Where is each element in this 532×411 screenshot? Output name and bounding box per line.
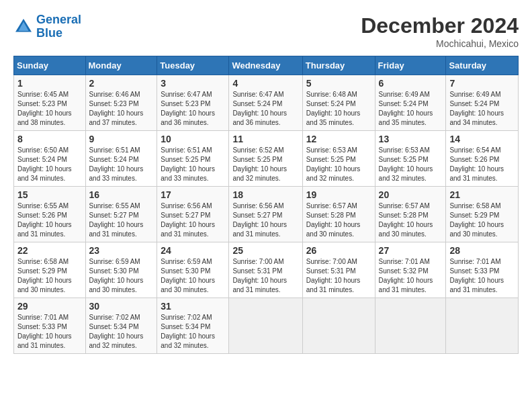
- calendar-cell-w4-d2: 23 Sunrise: 6:59 AMSunset: 5:30 PMDaylig…: [85, 242, 157, 298]
- cell-info: Sunrise: 6:55 AMSunset: 5:27 PMDaylight:…: [89, 201, 154, 239]
- day-number: 26: [306, 245, 371, 256]
- day-number: 23: [89, 245, 154, 256]
- calendar-cell-w4-d3: 24 Sunrise: 6:59 AMSunset: 5:30 PMDaylig…: [157, 242, 229, 298]
- day-number: 22: [17, 245, 82, 256]
- col-wednesday: Wednesday: [229, 56, 302, 75]
- calendar-cell-w1-d4: 4 Sunrise: 6:47 AMSunset: 5:24 PMDayligh…: [229, 75, 302, 131]
- day-number: 12: [306, 134, 371, 144]
- day-number: 29: [17, 301, 82, 312]
- calendar-cell-w2-d6: 13 Sunrise: 6:53 AMSunset: 5:25 PMDaylig…: [375, 131, 446, 187]
- cell-info: Sunrise: 6:48 AMSunset: 5:24 PMDaylight:…: [306, 90, 371, 128]
- cell-info: Sunrise: 6:55 AMSunset: 5:26 PMDaylight:…: [17, 201, 82, 239]
- cell-info: Sunrise: 6:59 AMSunset: 5:30 PMDaylight:…: [161, 257, 225, 295]
- col-saturday: Saturday: [446, 56, 519, 75]
- calendar-cell-w5-d5: [302, 298, 375, 354]
- calendar-cell-w3-d3: 17 Sunrise: 6:56 AMSunset: 5:27 PMDaylig…: [157, 187, 229, 242]
- cell-info: Sunrise: 6:50 AMSunset: 5:24 PMDaylight:…: [17, 146, 82, 183]
- logo-icon: [13, 17, 34, 37]
- calendar-cell-w4-d4: 25 Sunrise: 7:00 AMSunset: 5:31 PMDaylig…: [229, 242, 302, 298]
- calendar-table: Sunday Monday Tuesday Wednesday Thursday…: [13, 56, 519, 354]
- cell-info: Sunrise: 6:46 AMSunset: 5:23 PMDaylight:…: [89, 90, 154, 128]
- col-thursday: Thursday: [302, 56, 375, 75]
- day-number: 1: [17, 78, 82, 89]
- calendar-cell-w1-d1: 1 Sunrise: 6:45 AMSunset: 5:23 PMDayligh…: [14, 75, 86, 131]
- day-number: 14: [449, 134, 515, 144]
- cell-info: Sunrise: 6:56 AMSunset: 5:27 PMDaylight:…: [161, 201, 225, 239]
- cell-info: Sunrise: 6:47 AMSunset: 5:23 PMDaylight:…: [161, 90, 225, 128]
- calendar-cell-w2-d5: 12 Sunrise: 6:53 AMSunset: 5:25 PMDaylig…: [302, 131, 375, 187]
- cell-info: Sunrise: 7:02 AMSunset: 5:34 PMDaylight:…: [89, 313, 154, 351]
- calendar-cell-w2-d3: 10 Sunrise: 6:51 AMSunset: 5:25 PMDaylig…: [157, 131, 229, 187]
- day-number: 31: [161, 301, 225, 312]
- day-number: 27: [379, 245, 443, 256]
- calendar-cell-w5-d2: 30 Sunrise: 7:02 AMSunset: 5:34 PMDaylig…: [85, 298, 157, 354]
- cell-info: Sunrise: 6:45 AMSunset: 5:23 PMDaylight:…: [17, 90, 82, 128]
- cell-info: Sunrise: 7:02 AMSunset: 5:34 PMDaylight:…: [161, 313, 225, 351]
- day-number: 19: [306, 189, 371, 200]
- cell-info: Sunrise: 6:53 AMSunset: 5:25 PMDaylight:…: [379, 146, 443, 183]
- col-tuesday: Tuesday: [157, 56, 229, 75]
- calendar-cell-w5-d4: [229, 298, 302, 354]
- day-number: 24: [161, 245, 225, 256]
- day-number: 15: [17, 189, 82, 200]
- day-number: 21: [449, 189, 515, 200]
- cell-info: Sunrise: 7:00 AMSunset: 5:31 PMDaylight:…: [232, 257, 298, 295]
- day-number: 16: [89, 189, 154, 200]
- calendar-cell-w4-d7: 28 Sunrise: 7:01 AMSunset: 5:33 PMDaylig…: [446, 242, 519, 298]
- day-number: 3: [161, 78, 225, 89]
- cell-info: Sunrise: 6:56 AMSunset: 5:27 PMDaylight:…: [232, 201, 298, 239]
- day-number: 8: [17, 134, 82, 144]
- col-monday: Monday: [85, 56, 157, 75]
- day-number: 11: [232, 134, 298, 144]
- cell-info: Sunrise: 6:51 AMSunset: 5:25 PMDaylight:…: [161, 146, 225, 183]
- calendar-week-3: 15 Sunrise: 6:55 AMSunset: 5:26 PMDaylig…: [14, 187, 519, 242]
- cell-info: Sunrise: 7:01 AMSunset: 5:32 PMDaylight:…: [379, 257, 443, 295]
- day-number: 28: [449, 245, 515, 256]
- month-title: December 2024: [361, 13, 519, 38]
- calendar-cell-w1-d3: 3 Sunrise: 6:47 AMSunset: 5:23 PMDayligh…: [157, 75, 229, 131]
- cell-info: Sunrise: 6:47 AMSunset: 5:24 PMDaylight:…: [232, 90, 298, 128]
- calendar-cell-w5-d7: [446, 298, 519, 354]
- day-number: 30: [89, 301, 154, 312]
- cell-info: Sunrise: 6:49 AMSunset: 5:24 PMDaylight:…: [449, 90, 515, 128]
- cell-info: Sunrise: 6:57 AMSunset: 5:28 PMDaylight:…: [306, 201, 371, 239]
- cell-info: Sunrise: 6:54 AMSunset: 5:26 PMDaylight:…: [449, 146, 515, 183]
- calendar-cell-w1-d5: 5 Sunrise: 6:48 AMSunset: 5:24 PMDayligh…: [302, 75, 375, 131]
- calendar-cell-w3-d4: 18 Sunrise: 6:56 AMSunset: 5:27 PMDaylig…: [229, 187, 302, 242]
- calendar-cell-w3-d7: 21 Sunrise: 6:58 AMSunset: 5:29 PMDaylig…: [446, 187, 519, 242]
- calendar-cell-w1-d7: 7 Sunrise: 6:49 AMSunset: 5:24 PMDayligh…: [446, 75, 519, 131]
- cell-info: Sunrise: 6:49 AMSunset: 5:24 PMDaylight:…: [379, 90, 443, 128]
- cell-info: Sunrise: 6:57 AMSunset: 5:28 PMDaylight:…: [379, 201, 443, 239]
- cell-info: Sunrise: 7:01 AMSunset: 5:33 PMDaylight:…: [449, 257, 515, 295]
- day-number: 10: [161, 134, 225, 144]
- calendar-cell-w5-d3: 31 Sunrise: 7:02 AMSunset: 5:34 PMDaylig…: [157, 298, 229, 354]
- calendar-cell-w2-d7: 14 Sunrise: 6:54 AMSunset: 5:26 PMDaylig…: [446, 131, 519, 187]
- day-number: 5: [306, 78, 371, 89]
- calendar-cell-w1-d6: 6 Sunrise: 6:49 AMSunset: 5:24 PMDayligh…: [375, 75, 446, 131]
- cell-info: Sunrise: 7:00 AMSunset: 5:31 PMDaylight:…: [306, 257, 371, 295]
- cell-info: Sunrise: 6:51 AMSunset: 5:24 PMDaylight:…: [89, 146, 154, 183]
- cell-info: Sunrise: 6:58 AMSunset: 5:29 PMDaylight:…: [449, 201, 515, 239]
- calendar-cell-w4-d1: 22 Sunrise: 6:58 AMSunset: 5:29 PMDaylig…: [14, 242, 86, 298]
- calendar-cell-w5-d6: [375, 298, 446, 354]
- calendar-cell-w3-d5: 19 Sunrise: 6:57 AMSunset: 5:28 PMDaylig…: [302, 187, 375, 242]
- title-block: December 2024 Mochicahui, Mexico: [361, 13, 519, 49]
- calendar-cell-w2-d2: 9 Sunrise: 6:51 AMSunset: 5:24 PMDayligh…: [85, 131, 157, 187]
- day-number: 20: [379, 189, 443, 200]
- day-number: 4: [232, 78, 298, 89]
- logo-text: General Blue: [36, 13, 81, 40]
- calendar-cell-w3-d1: 15 Sunrise: 6:55 AMSunset: 5:26 PMDaylig…: [14, 187, 86, 242]
- calendar-week-4: 22 Sunrise: 6:58 AMSunset: 5:29 PMDaylig…: [14, 242, 519, 298]
- day-number: 25: [232, 245, 298, 256]
- calendar-cell-w2-d1: 8 Sunrise: 6:50 AMSunset: 5:24 PMDayligh…: [14, 131, 86, 187]
- calendar-cell-w1-d2: 2 Sunrise: 6:46 AMSunset: 5:23 PMDayligh…: [85, 75, 157, 131]
- calendar-cell-w2-d4: 11 Sunrise: 6:52 AMSunset: 5:25 PMDaylig…: [229, 131, 302, 187]
- cell-info: Sunrise: 6:53 AMSunset: 5:25 PMDaylight:…: [306, 146, 371, 183]
- day-number: 9: [89, 134, 154, 144]
- col-sunday: Sunday: [14, 56, 86, 75]
- logo: General Blue: [13, 13, 81, 40]
- cell-info: Sunrise: 7:01 AMSunset: 5:33 PMDaylight:…: [17, 313, 82, 351]
- day-number: 2: [89, 78, 154, 89]
- calendar-week-5: 29 Sunrise: 7:01 AMSunset: 5:33 PMDaylig…: [14, 298, 519, 354]
- location: Mochicahui, Mexico: [361, 38, 519, 49]
